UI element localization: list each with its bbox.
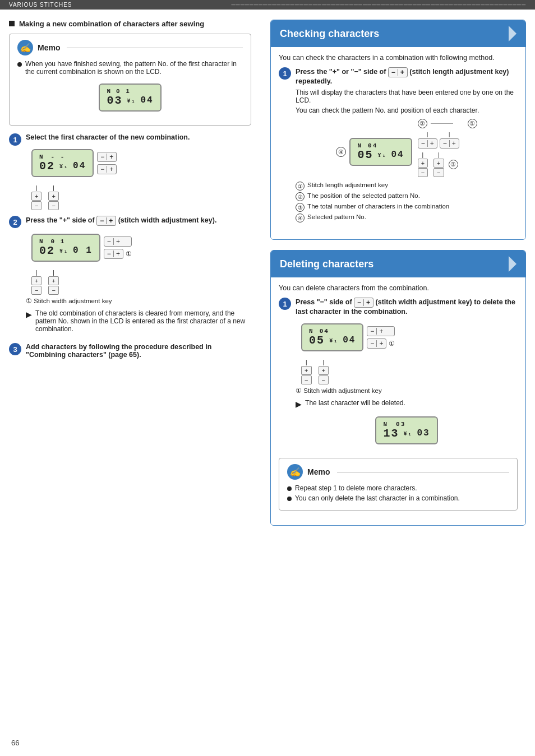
ch-plus-1[interactable]: + — [418, 159, 428, 168]
lcd-main-val: 03 — [107, 95, 122, 107]
step-1-lcd-wrap: N - - 02 ¥₁ 04 — [31, 146, 94, 180]
step-3-row: 3 Add characters by following the proced… — [9, 343, 251, 362]
deleting-footnote: ① Stitch width adjustment key — [296, 387, 518, 395]
checking-step-1-circle: 1 — [279, 67, 291, 80]
checking-adj-key[interactable]: −+ — [388, 67, 408, 77]
step-3-circle: 3 — [9, 343, 21, 355]
checking-desc2: You can check the pattern No. and positi… — [296, 106, 518, 114]
del-lcd2-inner: N 03 13 ¥₁ 03 — [383, 421, 430, 440]
del-sub: ¥₁ — [329, 338, 338, 344]
fn-circle-2: ② — [296, 192, 305, 201]
step-2-arrow-block: ▶ The old combination of characters is c… — [26, 309, 251, 333]
step-1-controls-right: − + − + — [97, 152, 117, 174]
deleting-step-1-content: Press "−" side of −+ (stitch width adjus… — [296, 298, 518, 452]
del-lcd-inner: N 04 05 ¥₁ 04 — [309, 328, 356, 347]
deleting-section: Deleting characters You can delete chara… — [270, 250, 526, 526]
adj-minus: − — [100, 153, 104, 161]
s2-ctrl-minus-2[interactable]: − — [48, 286, 58, 295]
fn-circle-3: ③ — [296, 203, 305, 212]
step-2-controls-right: − + − + ① — [104, 236, 132, 259]
del-ctrl-2: | + − — [319, 359, 329, 384]
step-3-label: Add characters by following the procedur… — [26, 343, 251, 359]
del-plus-2[interactable]: + — [319, 366, 329, 375]
ch-plus-2[interactable]: + — [433, 159, 444, 168]
bullet-icon — [17, 62, 22, 67]
ctrl-plus-2[interactable]: + — [48, 192, 58, 201]
del-adj-key-2-wrap: − + ① — [367, 338, 395, 349]
ctrl-plus-1[interactable]: + — [31, 192, 41, 201]
left-memo-box: ✍ Memo When you have finished sewing, th… — [9, 34, 251, 126]
left-section-title: Making a new combination of characters a… — [9, 20, 251, 28]
lcd-display-1: N 0 1 03 ¥₁ 04 — [99, 84, 161, 112]
adj-key-top[interactable]: − + — [97, 152, 117, 162]
step-2-circle: 2 — [9, 216, 21, 228]
fn-1: ① Stitch length adjustment key — [296, 182, 518, 191]
ctrl-btn-2: | + − — [48, 185, 58, 210]
content: Making a new combination of characters a… — [0, 10, 535, 756]
del-minus-2[interactable]: − — [319, 375, 329, 384]
s2-main: 02 — [39, 245, 55, 257]
ch-adj-key-1[interactable]: − + — [418, 138, 437, 149]
del-ctrl-1: | + − — [301, 359, 311, 384]
del-plus-1[interactable]: + — [301, 366, 311, 375]
s1-main: 02 — [39, 160, 55, 173]
memo-text-1: When you have finished sewing, the patte… — [25, 60, 243, 76]
s1-sub: ¥₁ — [59, 164, 68, 170]
del-circle-1: ① — [389, 340, 395, 347]
s2-ctrl-minus-1[interactable]: − — [31, 286, 41, 295]
footnote-text-1: Stitch width adjustment key — [34, 298, 112, 304]
del-adj-key-1[interactable]: − + — [367, 326, 395, 336]
checking-body: You can check the characters in a combin… — [271, 47, 525, 239]
deleting-body: You can delete characters from the combi… — [271, 277, 525, 525]
del-adj-key-2[interactable]: − + — [367, 338, 386, 349]
del-minus-1[interactable]: − — [301, 375, 311, 384]
page-number: 66 — [11, 739, 19, 747]
step-1-circle: 1 — [9, 133, 21, 146]
step-1-label: Select the first character of the new co… — [26, 133, 251, 141]
checking-intro: You can check the characters in a combin… — [279, 54, 518, 62]
step2-adj-key[interactable]: −+ — [96, 216, 116, 226]
top-bar-label: VARIOUS STITCHES — [9, 2, 72, 8]
title-square-icon — [9, 21, 15, 26]
deleting-step-1-label: Press "−" side of −+ (stitch width adjus… — [296, 298, 518, 316]
fn-4: ④ Selected pattern No. — [296, 214, 518, 222]
s1-lcd-row2: 02 ¥₁ 04 — [39, 160, 86, 173]
vert-line-1: | — [36, 185, 38, 191]
checking-step-1-number: 1 — [283, 69, 287, 78]
step2-adj-key-r2[interactable]: − + — [104, 249, 123, 259]
step-1-row: 1 Select the first character of the new … — [9, 133, 251, 210]
del-fn-text: Stitch width adjustment key — [303, 387, 381, 394]
step-2-arrow-text: The old combination of characters is cle… — [35, 309, 251, 333]
del2-main: 13 — [383, 428, 399, 440]
del-memo-header: ✍ Memo — [287, 464, 509, 480]
step-2-label: Press the "+" side of −+ (stitch width a… — [26, 216, 251, 226]
ch-ctrl-1: | + − — [418, 152, 428, 177]
step2-adj-key-r1[interactable]: − + — [104, 236, 132, 247]
adj-key-bottom[interactable]: − + — [97, 164, 117, 174]
step-3-number: 3 — [13, 345, 17, 354]
circle-4-label: ④ — [336, 147, 346, 157]
checking-lcd-inner: N 04 05 ¥₁ 04 — [357, 142, 404, 161]
right-column: Checking characters You can check the ch… — [265, 20, 526, 747]
checking-section: Checking characters You can check the ch… — [270, 20, 526, 240]
deleting-controls-below: | + − | + − — [301, 359, 518, 384]
ctrl-minus-2[interactable]: − — [48, 201, 58, 210]
deleting-adj-key[interactable]: −+ — [354, 298, 373, 308]
fn-2: ② The position of the selected pattern N… — [296, 192, 518, 201]
step-1-lcd: N - - 02 ¥₁ 04 — [31, 149, 94, 177]
deleting-step-1-row: 1 Press "−" side of −+ (stitch width adj… — [279, 298, 518, 452]
left-column: Making a new combination of characters a… — [9, 20, 265, 747]
ctrl-minus-1[interactable]: − — [31, 201, 41, 210]
ch-adj-key-2[interactable]: − + — [440, 138, 459, 149]
deleting-lcd2: N 03 13 ¥₁ 03 — [375, 416, 437, 444]
s2-ctrl-plus-2[interactable]: + — [48, 276, 58, 285]
s2-ctrl-plus-1[interactable]: + — [31, 276, 41, 285]
del-fn-circle: ① — [296, 387, 302, 394]
fn-text-4: Selected pattern No. — [307, 214, 366, 220]
ch-minus-2[interactable]: − — [433, 168, 444, 177]
vert-2: | — [449, 132, 450, 137]
adj-sep-2 — [107, 166, 107, 173]
top-bar: VARIOUS STITCHES ───────────────────────… — [0, 0, 535, 10]
del-arrow-text: The last character will be deleted. — [305, 399, 405, 407]
ch-minus-1[interactable]: − — [418, 168, 428, 177]
